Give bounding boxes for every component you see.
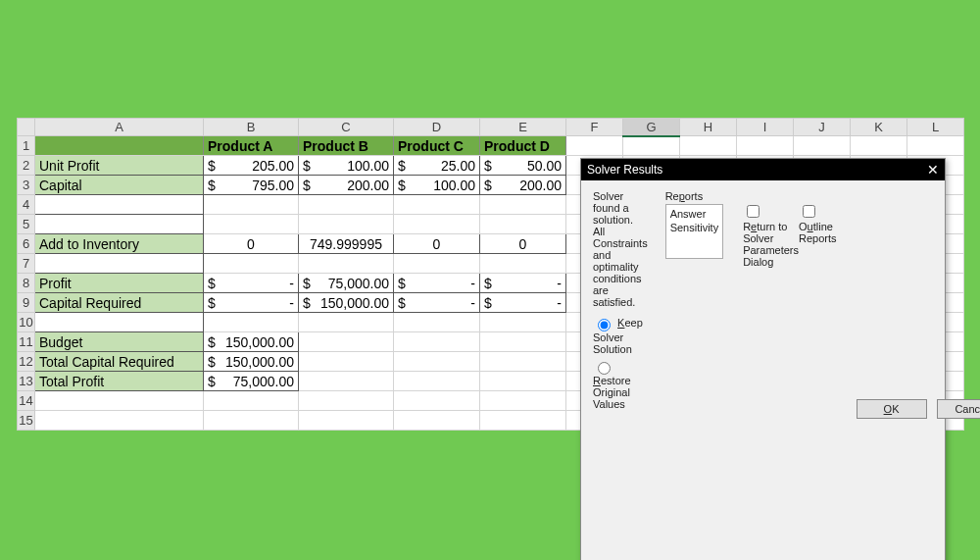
row-4[interactable]: 4 (18, 195, 35, 215)
cell-E11[interactable] (480, 332, 566, 352)
row-10[interactable]: 10 (18, 313, 35, 332)
cell-B15[interactable] (204, 411, 299, 431)
cell-D14[interactable] (394, 391, 480, 411)
row-12[interactable]: 12 (18, 352, 35, 372)
cell-B6[interactable]: 0 (204, 234, 299, 254)
cell-C2[interactable]: $100.00 (299, 156, 394, 176)
cell-A8[interactable]: Profit (35, 274, 204, 293)
cell-A5[interactable] (35, 215, 204, 234)
cell-A13[interactable]: Total Profit (35, 372, 204, 391)
cell-A2[interactable]: Unit Profit (35, 156, 204, 176)
col-G[interactable]: G (623, 119, 680, 136)
cell-E9[interactable]: $- (480, 293, 566, 313)
corner-cell[interactable] (18, 119, 35, 136)
col-A[interactable]: A (35, 119, 204, 136)
col-E[interactable]: E (480, 119, 566, 136)
cell-B11[interactable]: $150,000.00 (204, 332, 299, 352)
col-L[interactable]: L (907, 119, 964, 136)
cell-B7[interactable] (204, 254, 299, 274)
checkbox-outline-input[interactable] (803, 205, 815, 218)
row-13[interactable]: 13 (18, 372, 35, 391)
cell-L1[interactable] (907, 136, 964, 156)
cell-J1[interactable] (794, 136, 851, 156)
cell-D13[interactable] (394, 372, 480, 391)
row-9[interactable]: 9 (18, 293, 35, 313)
cell-B9[interactable]: $- (204, 293, 299, 313)
cell-E14[interactable] (480, 391, 566, 411)
col-J[interactable]: J (794, 119, 851, 136)
cell-E10[interactable] (480, 313, 566, 332)
cell-F1[interactable] (566, 136, 623, 156)
cell-E13[interactable] (480, 372, 566, 391)
cell-B2[interactable]: $205.00 (204, 156, 299, 176)
cell-B12[interactable]: $150,000.00 (204, 352, 299, 372)
cell-C3[interactable]: $200.00 (299, 176, 394, 195)
cell-D6[interactable]: 0 (394, 234, 480, 254)
row-11[interactable]: 11 (18, 332, 35, 352)
radio-keep-solution[interactable]: Keep Solver Solution (593, 316, 648, 355)
radio-restore-input[interactable] (598, 362, 611, 375)
radio-restore-values[interactable]: Restore Original Values (593, 359, 648, 410)
cell-C11[interactable] (299, 332, 394, 352)
row-14[interactable]: 14 (18, 391, 35, 411)
cell-C10[interactable] (299, 313, 394, 332)
cell-C5[interactable] (299, 215, 394, 234)
cell-E7[interactable] (480, 254, 566, 274)
col-C[interactable]: C (299, 119, 394, 136)
cell-E5[interactable] (480, 215, 566, 234)
cell-B5[interactable] (204, 215, 299, 234)
cell-B10[interactable] (204, 313, 299, 332)
row-1[interactable]: 1 (18, 136, 35, 156)
cell-A3[interactable]: Capital (35, 176, 204, 195)
cell-I1[interactable] (737, 136, 794, 156)
dialog-titlebar[interactable]: Solver Results ✕ (581, 159, 945, 180)
cell-A9[interactable]: Capital Required (35, 293, 204, 313)
row-3[interactable]: 3 (18, 176, 35, 195)
report-answer[interactable]: Answer (670, 207, 719, 221)
cell-D12[interactable] (394, 352, 480, 372)
report-sensitivity[interactable]: Sensitivity (670, 221, 719, 234)
col-I[interactable]: I (737, 119, 794, 136)
cell-D5[interactable] (394, 215, 480, 234)
cancel-button[interactable]: Cancel (937, 399, 980, 419)
row-15[interactable]: 15 (18, 411, 35, 431)
radio-keep-input[interactable] (598, 319, 611, 331)
cell-A14[interactable] (35, 391, 204, 411)
cell-A4[interactable] (35, 195, 204, 215)
cell-D10[interactable] (394, 313, 480, 332)
col-B[interactable]: B (204, 119, 299, 136)
cell-C14[interactable] (299, 391, 394, 411)
ok-button[interactable]: OK (857, 399, 927, 419)
cell-E8[interactable]: $- (480, 274, 566, 293)
cell-D3[interactable]: $100.00 (394, 176, 480, 195)
cell-C4[interactable] (299, 195, 394, 215)
cell-A10[interactable] (35, 313, 204, 332)
cell-E15[interactable] (480, 411, 566, 431)
cell-C15[interactable] (299, 411, 394, 431)
col-D[interactable]: D (394, 119, 480, 136)
row-6[interactable]: 6 (18, 234, 35, 254)
col-F[interactable]: F (566, 119, 623, 136)
cell-A1[interactable] (35, 136, 204, 156)
row-7[interactable]: 7 (18, 254, 35, 274)
checkbox-outline-reports[interactable]: Outline Reports (799, 202, 837, 560)
cell-D8[interactable]: $- (394, 274, 480, 293)
cell-D9[interactable]: $- (394, 293, 480, 313)
cell-D2[interactable]: $25.00 (394, 156, 480, 176)
close-icon[interactable]: ✕ (927, 163, 939, 177)
cell-E12[interactable] (480, 352, 566, 372)
cell-A7[interactable] (35, 254, 204, 274)
cell-C8[interactable]: $75,000.00 (299, 274, 394, 293)
cell-C12[interactable] (299, 352, 394, 372)
cell-A12[interactable]: Total Capital Required (35, 352, 204, 372)
cell-E2[interactable]: $50.00 (480, 156, 566, 176)
cell-D1[interactable]: Product C (394, 136, 480, 156)
cell-A15[interactable] (35, 411, 204, 431)
checkbox-return-dialog[interactable]: Return to Solver Parameters Dialog (743, 202, 799, 560)
checkbox-return-input[interactable] (747, 205, 760, 218)
cell-A11[interactable]: Budget (35, 332, 204, 352)
cell-B8[interactable]: $- (204, 274, 299, 293)
reports-listbox[interactable]: Answer Sensitivity (665, 204, 724, 259)
cell-H1[interactable] (680, 136, 737, 156)
cell-B4[interactable] (204, 195, 299, 215)
